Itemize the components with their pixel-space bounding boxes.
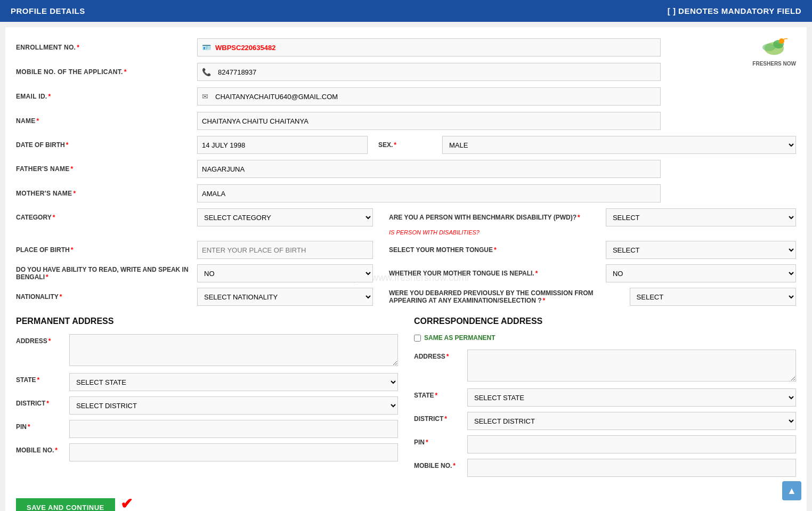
corr-address-textarea[interactable] — [467, 350, 796, 382]
corr-pin-row: PIN* — [414, 435, 796, 453]
corr-address-title: CORRESPONDENCE ADDRESS — [414, 317, 796, 326]
perm-address-textarea[interactable] — [69, 334, 398, 366]
corr-mobile-input[interactable] — [467, 459, 796, 477]
corr-pin-input[interactable] — [467, 435, 796, 453]
perm-pin-label: PIN* — [16, 420, 69, 431]
corr-district-row: DISTRICT* SELECT DISTRICT — [414, 412, 796, 430]
save-continue-button[interactable]: SAVE AND CONTINUE — [16, 498, 115, 511]
email-row: EMAIL ID.* ✉ — [16, 87, 796, 106]
sex-select[interactable]: MALE FEMALE OTHER — [442, 136, 796, 154]
perm-pin-input[interactable] — [69, 420, 398, 438]
id-card-icon: 🪪 — [198, 43, 215, 52]
nationality-label: NATIONALITY* — [16, 293, 197, 301]
category-label: CATEGORY* — [16, 214, 197, 221]
correspondence-address-col: CORRESPONDENCE ADDRESS SAME AS PERMANENT… — [414, 317, 796, 482]
nepali-label: WHETHER YOUR MOTHER TONGUE IS NEPALI.* — [389, 270, 606, 277]
perm-address-row: ADDRESS* — [16, 334, 398, 368]
nationality-select[interactable]: SELECT NATIONALITY INDIAN OTHER — [197, 288, 373, 306]
nepali-select[interactable]: NO YES — [606, 264, 796, 282]
mobile-input[interactable] — [215, 66, 660, 79]
fathers-name-row: FATHER'S NAME* — [16, 159, 796, 179]
fathers-name-label: FATHER'S NAME* — [16, 165, 197, 173]
same-as-permanent-label: SAME AS PERMANENT — [424, 334, 496, 342]
perm-address-label: ADDRESS* — [16, 334, 69, 345]
name-row: NAME* — [16, 111, 796, 131]
perm-state-row: STATE* SELECT STATE — [16, 373, 398, 391]
corr-state-row: STATE* SELECT STATE — [414, 388, 796, 407]
corr-district-label: DISTRICT* — [414, 412, 467, 423]
same-as-permanent-row: SAME AS PERMANENT — [414, 334, 796, 342]
pob-label: PLACE OF BIRTH* — [16, 246, 197, 254]
pwd-select[interactable]: SELECT YES NO — [606, 208, 796, 226]
corr-mobile-label: MOBILE NO.* — [414, 459, 467, 469]
corr-district-select[interactable]: SELECT DISTRICT — [467, 412, 796, 430]
corr-address-label: ADDRESS* — [414, 350, 467, 360]
dob-sex-row: DATE OF BIRTH* SEX.* MALE FEMALE OTHER — [16, 136, 796, 154]
sex-label: SEX.* — [378, 141, 442, 149]
debarred-select[interactable]: SELECT YES NO — [630, 288, 796, 306]
page-header: PROFILE DETAILS [ ] DENOTES MANDATORY FI… — [0, 0, 812, 22]
mobile-label: MOBILE NO. OF THE APPLICANT.* — [16, 68, 197, 76]
perm-mobile-input[interactable] — [69, 443, 398, 461]
phone-icon: 📞 — [198, 68, 215, 76]
bengali-label: DO YOU HAVE ABILITY TO READ, WRITE AND S… — [16, 266, 197, 281]
email-input[interactable] — [213, 90, 660, 103]
bengali-select[interactable]: NO YES — [197, 264, 373, 282]
nationality-debarred-row: NATIONALITY* SELECT NATIONALITY INDIAN O… — [16, 288, 796, 306]
fathers-name-input[interactable] — [197, 160, 661, 178]
pob-tongue-row: PLACE OF BIRTH* SELECT YOUR MOTHER TONGU… — [16, 241, 796, 259]
email-input-wrapper[interactable]: ✉ — [197, 87, 661, 106]
permanent-address-col: PERMANENT ADDRESS ADDRESS* STATE* — [16, 317, 398, 482]
perm-district-row: DISTRICT* SELECT DISTRICT — [16, 396, 398, 415]
name-input[interactable] — [197, 112, 661, 130]
category-pwd-row: CATEGORY* SELECT CATEGORY GEN SC ST OBC … — [16, 208, 796, 236]
same-as-permanent-checkbox[interactable] — [414, 335, 421, 342]
debarred-label: WERE YOU DEBARRED PREVIOUSLY BY THE COMM… — [389, 289, 630, 304]
mandatory-note: [ ] DENOTES MANDATORY FIELD — [668, 6, 801, 15]
perm-mobile-row: MOBILE NO.* — [16, 443, 398, 461]
bengali-nepali-row: DO YOU HAVE ABILITY TO READ, WRITE AND S… — [16, 264, 796, 282]
mobile-row: MOBILE NO. OF THE APPLICANT.* 📞 — [16, 62, 796, 82]
mothers-name-input[interactable] — [197, 184, 661, 202]
corr-state-label: STATE* — [414, 388, 467, 399]
perm-district-label: DISTRICT* — [16, 396, 69, 407]
mother-tongue-label: SELECT YOUR MOTHER TONGUE* — [389, 246, 606, 254]
checkmark-icon: ✔ — [120, 495, 133, 512]
pwd-note: IS PERSON WITH DISABILITIES? — [389, 228, 796, 236]
enrollment-input-wrapper: 🪪 WBPSC220635482 — [197, 38, 661, 56]
perm-pin-row: PIN* — [16, 420, 398, 438]
dob-label: DATE OF BIRTH* — [16, 141, 197, 149]
pwd-label: ARE YOU A PERSON WITH BENCHMARK DISABILI… — [389, 214, 606, 221]
enrollment-row: ENROLLMENT NO.* 🪪 WBPSC220635482 — [16, 38, 796, 57]
perm-state-select[interactable]: SELECT STATE — [69, 373, 398, 391]
address-section: PERMANENT ADDRESS ADDRESS* STATE* — [16, 317, 796, 482]
mobile-input-wrapper[interactable]: 📞 — [197, 63, 661, 81]
name-label: NAME* — [16, 117, 197, 125]
perm-mobile-label: MOBILE NO.* — [16, 443, 69, 454]
category-select[interactable]: SELECT CATEGORY GEN SC ST OBC — [197, 208, 373, 226]
perm-district-select[interactable]: SELECT DISTRICT — [69, 396, 398, 415]
enrollment-label: ENROLLMENT NO.* — [16, 44, 197, 51]
page-title: PROFILE DETAILS — [11, 6, 85, 15]
corr-state-select[interactable]: SELECT STATE — [467, 388, 796, 407]
save-row: SAVE AND CONTINUE ✔ — [16, 490, 796, 511]
perm-state-label: STATE* — [16, 373, 69, 384]
email-label: EMAIL ID.* — [16, 93, 197, 100]
permanent-address-title: PERMANENT ADDRESS — [16, 317, 398, 326]
mother-tongue-select[interactable]: SELECT — [606, 241, 796, 259]
mothers-name-label: MOTHER'S NAME* — [16, 190, 197, 197]
corr-mobile-row: MOBILE NO.* — [414, 459, 796, 477]
email-icon: ✉ — [198, 92, 213, 101]
enrollment-value: WBPSC220635482 — [215, 44, 275, 52]
mothers-name-row: MOTHER'S NAME* — [16, 184, 796, 203]
pob-input[interactable] — [197, 241, 373, 259]
corr-address-row: ADDRESS* — [414, 350, 796, 383]
corr-pin-label: PIN* — [414, 435, 467, 446]
dob-input[interactable] — [197, 136, 368, 154]
